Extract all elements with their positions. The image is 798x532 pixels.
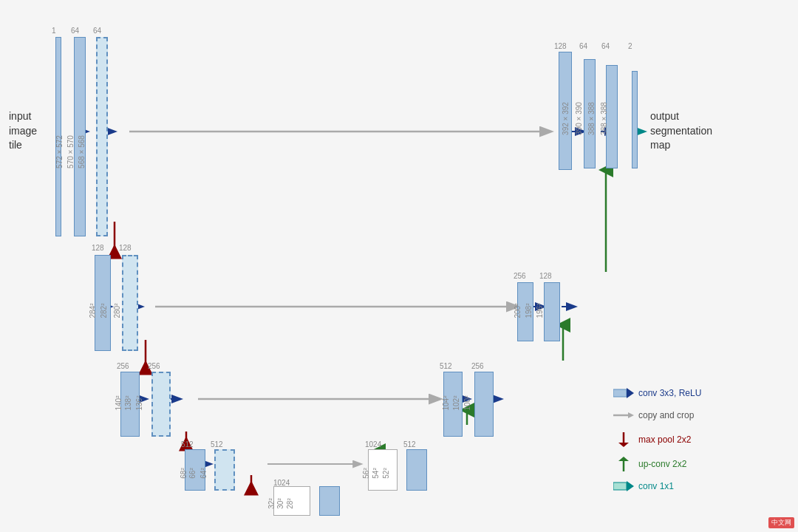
- enc2-dim1: 284²: [89, 289, 97, 333]
- dec3-label256: 256: [471, 362, 484, 370]
- dec2-dim2: 198²: [525, 293, 533, 330]
- conv3x3-icon: [613, 388, 634, 398]
- enc1-label1: 1: [52, 27, 56, 35]
- enc3-dim3: 136²: [135, 385, 143, 422]
- svg-marker-35: [618, 457, 629, 461]
- dec1-label64b: 64: [601, 42, 610, 50]
- legend-conv3x3-label: conv 3x3, ReLU: [638, 388, 701, 398]
- dec1-dim3: 388 × 388: [587, 93, 596, 145]
- dec3-dim1: 104²: [442, 385, 450, 422]
- dec4-dim2: 54²: [372, 459, 380, 488]
- enc3-ch256b: [151, 372, 171, 437]
- enc1-label64b: 64: [93, 27, 101, 35]
- input-label: inputimagetile: [9, 109, 37, 153]
- dec1-dim4: 388 × 388: [600, 93, 608, 145]
- dec1-2: [632, 71, 638, 168]
- svg-marker-33: [618, 443, 629, 447]
- enc3-dim2: 138²: [124, 385, 132, 422]
- legend-copy-crop: copy and crop: [613, 410, 694, 420]
- dec1-label2: 2: [628, 42, 632, 50]
- enc4-label512a: 512: [181, 440, 194, 449]
- svg-marker-31: [628, 412, 634, 418]
- watermark: 中文网: [768, 517, 794, 528]
- enc4-dim2: 66²: [188, 459, 197, 488]
- enc3-dim1: 140²: [115, 385, 123, 422]
- enc2-dim2: 282²: [100, 289, 108, 333]
- unet-diagram: 1 64 64 572 × 572 570 × 570 568 × 568 12…: [0, 0, 798, 532]
- dec4-dim1: 56²: [362, 459, 370, 488]
- enc4-dim1: 68²: [180, 459, 188, 488]
- legend-maxpool-label: max pool 2x2: [638, 434, 691, 445]
- dec2-dim3: 196²: [536, 293, 544, 330]
- legend-upconv-label: up-conv 2x2: [638, 459, 686, 469]
- enc2-label128a: 128: [92, 244, 104, 252]
- dec3-label512: 512: [440, 362, 452, 370]
- dec3-dim2: 102²: [452, 385, 460, 422]
- svg-rect-36: [613, 482, 627, 490]
- dec2-dim1: 200²: [514, 293, 522, 330]
- enc2-dim3: 280²: [113, 289, 121, 333]
- conv1x1-icon: [613, 481, 634, 491]
- legend-copy-label: copy and crop: [638, 410, 694, 420]
- bottleneck-label1024: 1024: [273, 479, 290, 487]
- bottleneck-dim3: 28²: [286, 491, 294, 516]
- bottleneck-dim2: 30²: [276, 491, 284, 516]
- bottleneck-dim1: 32²: [267, 491, 276, 516]
- dec1-dim1: 392 × 392: [562, 93, 570, 145]
- dec1-label64a: 64: [579, 42, 587, 50]
- arrows-svg: [0, 0, 798, 532]
- enc4-ch512b: [214, 449, 235, 491]
- enc1-label64a: 64: [71, 27, 79, 35]
- dec4-dim3: 52²: [382, 459, 390, 488]
- legend-upconv: up-conv 2x2: [613, 457, 686, 471]
- dec4-512: [406, 449, 427, 491]
- legend-conv1x1-label: conv 1x1: [638, 481, 674, 491]
- svg-rect-28: [613, 389, 627, 397]
- dec4-label512: 512: [403, 440, 416, 449]
- enc4-label512b: 512: [211, 440, 223, 449]
- enc1-ch64b: [96, 37, 108, 236]
- dec3-dim3: 100²: [463, 385, 471, 422]
- legend-conv1x1: conv 1x1: [613, 481, 674, 491]
- dec2-128: [544, 282, 560, 341]
- dec1-dim2: 390 × 390: [575, 93, 583, 145]
- enc3-label256b: 256: [148, 362, 160, 370]
- legend-maxpool: max pool 2x2: [613, 432, 691, 447]
- svg-marker-29: [627, 388, 634, 398]
- dec4-label1024: 1024: [365, 440, 381, 449]
- enc4-dim3: 64²: [200, 459, 208, 488]
- upconv-icon: [613, 457, 634, 471]
- copy-crop-icon: [613, 410, 634, 420]
- enc1-dim1: 572 × 572: [55, 123, 64, 182]
- dec3-256: [474, 372, 494, 437]
- maxpool-icon: [613, 432, 634, 447]
- enc1-dim3: 568 × 568: [78, 123, 86, 182]
- svg-marker-37: [627, 481, 634, 491]
- output-label: outputsegmentationmap: [650, 109, 712, 153]
- enc3-label256a: 256: [117, 362, 129, 370]
- enc2-ch128b: [122, 255, 138, 351]
- dec1-label128: 128: [554, 42, 567, 50]
- enc2-label128b: 128: [119, 244, 132, 252]
- enc1-dim2: 570 × 570: [66, 123, 75, 182]
- dec2-label128: 128: [539, 272, 552, 280]
- dec2-label256: 256: [514, 272, 526, 280]
- legend-conv3x3: conv 3x3, ReLU: [613, 388, 701, 398]
- bottleneck-1024b: [319, 486, 340, 516]
